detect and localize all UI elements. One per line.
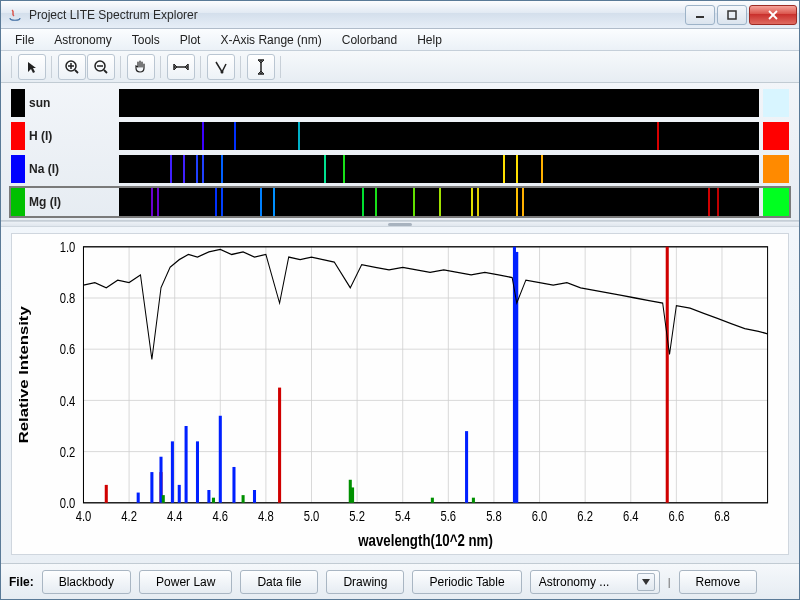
pan-hand-tool[interactable] bbox=[127, 54, 155, 80]
track-swatch bbox=[11, 188, 25, 216]
minimize-button[interactable] bbox=[685, 5, 715, 25]
data-file-button[interactable]: Data file bbox=[240, 570, 318, 594]
close-button[interactable] bbox=[749, 5, 797, 25]
track-na-i-[interactable]: Na (I) bbox=[11, 155, 789, 183]
svg-text:wavelength(10^2 nm): wavelength(10^2 nm) bbox=[357, 531, 492, 550]
menu-x-axis-range-nm-[interactable]: X-Axis Range (nm) bbox=[212, 31, 329, 49]
svg-text:0.8: 0.8 bbox=[60, 290, 76, 307]
astronomy-combo[interactable]: Astronomy ... bbox=[530, 570, 660, 594]
svg-text:4.0: 4.0 bbox=[76, 507, 92, 524]
menu-help[interactable]: Help bbox=[409, 31, 450, 49]
svg-text:5.8: 5.8 bbox=[486, 507, 502, 524]
svg-point-12 bbox=[221, 70, 224, 73]
track-sun[interactable]: sun bbox=[11, 89, 789, 117]
svg-text:1.0: 1.0 bbox=[60, 239, 76, 256]
remove-button[interactable]: Remove bbox=[679, 570, 758, 594]
file-label: File: bbox=[9, 575, 34, 589]
track-swatch bbox=[11, 122, 25, 150]
svg-line-7 bbox=[75, 70, 78, 73]
track-strip bbox=[119, 89, 759, 117]
svg-text:4.2: 4.2 bbox=[121, 507, 137, 524]
track-label: Na (I) bbox=[29, 155, 119, 183]
chart-svg: 4.04.24.44.64.85.05.25.45.65.86.06.26.46… bbox=[12, 234, 788, 554]
maximize-button[interactable] bbox=[717, 5, 747, 25]
menu-file[interactable]: File bbox=[7, 31, 42, 49]
track-strip bbox=[119, 188, 759, 216]
window-buttons bbox=[683, 5, 797, 25]
svg-text:5.0: 5.0 bbox=[304, 507, 320, 524]
bottom-bar: File: Blackbody Power Law Data file Draw… bbox=[1, 563, 799, 599]
svg-text:6.2: 6.2 bbox=[577, 507, 593, 524]
app-window: Project LITE Spectrum Explorer FileAstro… bbox=[0, 0, 800, 600]
track-strip bbox=[119, 122, 759, 150]
track-strip bbox=[119, 155, 759, 183]
toolbar bbox=[1, 51, 799, 83]
window-title: Project LITE Spectrum Explorer bbox=[29, 8, 683, 22]
track-end-swatch bbox=[763, 122, 789, 150]
track-mg-i-[interactable]: Mg (I) bbox=[11, 188, 789, 216]
svg-text:6.0: 6.0 bbox=[532, 507, 548, 524]
svg-text:0.6: 0.6 bbox=[60, 341, 76, 358]
periodic-table-button[interactable]: Periodic Table bbox=[412, 570, 521, 594]
svg-text:5.4: 5.4 bbox=[395, 507, 411, 524]
menu-astronomy[interactable]: Astronomy bbox=[46, 31, 119, 49]
track-h-i-[interactable]: H (I) bbox=[11, 122, 789, 150]
java-app-icon bbox=[7, 7, 23, 23]
menubar: FileAstronomyToolsPlotX-Axis Range (nm)C… bbox=[1, 29, 799, 51]
y-range-tool[interactable] bbox=[247, 54, 275, 80]
pointer-tool[interactable] bbox=[18, 54, 46, 80]
svg-text:Relative Intensity: Relative Intensity bbox=[16, 306, 31, 444]
svg-text:0.0: 0.0 bbox=[60, 495, 76, 512]
menu-colorband[interactable]: Colorband bbox=[334, 31, 405, 49]
spectrum-tracks: sunH (I)Na (I)Mg (I) bbox=[1, 83, 799, 221]
svg-text:6.6: 6.6 bbox=[669, 507, 685, 524]
track-label: H (I) bbox=[29, 122, 119, 150]
svg-rect-1 bbox=[728, 11, 736, 19]
svg-text:4.8: 4.8 bbox=[258, 507, 274, 524]
svg-text:5.6: 5.6 bbox=[441, 507, 457, 524]
drawing-button[interactable]: Drawing bbox=[326, 570, 404, 594]
blackbody-button[interactable]: Blackbody bbox=[42, 570, 131, 594]
track-swatch bbox=[11, 89, 25, 117]
svg-text:0.4: 0.4 bbox=[60, 392, 76, 409]
crosshair-tool[interactable] bbox=[207, 54, 235, 80]
track-label: sun bbox=[29, 89, 119, 117]
x-range-tool[interactable] bbox=[167, 54, 195, 80]
track-swatch bbox=[11, 155, 25, 183]
menu-plot[interactable]: Plot bbox=[172, 31, 209, 49]
zoom-out-tool[interactable] bbox=[87, 54, 115, 80]
track-end-swatch bbox=[763, 89, 789, 117]
intensity-plot[interactable]: 4.04.24.44.64.85.05.25.45.65.86.06.26.46… bbox=[11, 233, 789, 555]
svg-line-10 bbox=[104, 70, 107, 73]
svg-text:6.8: 6.8 bbox=[714, 507, 730, 524]
titlebar: Project LITE Spectrum Explorer bbox=[1, 1, 799, 29]
svg-text:0.2: 0.2 bbox=[60, 443, 76, 460]
svg-text:4.4: 4.4 bbox=[167, 507, 183, 524]
splitter-handle[interactable] bbox=[1, 221, 799, 227]
svg-text:6.4: 6.4 bbox=[623, 507, 639, 524]
divider: | bbox=[668, 576, 671, 588]
power-law-button[interactable]: Power Law bbox=[139, 570, 232, 594]
combo-value: Astronomy ... bbox=[539, 575, 610, 589]
svg-text:5.2: 5.2 bbox=[349, 507, 365, 524]
chevron-down-icon bbox=[637, 573, 655, 591]
track-label: Mg (I) bbox=[29, 188, 119, 216]
track-end-swatch bbox=[763, 188, 789, 216]
menu-tools[interactable]: Tools bbox=[124, 31, 168, 49]
track-end-swatch bbox=[763, 155, 789, 183]
zoom-in-tool[interactable] bbox=[58, 54, 86, 80]
svg-text:4.6: 4.6 bbox=[212, 507, 228, 524]
